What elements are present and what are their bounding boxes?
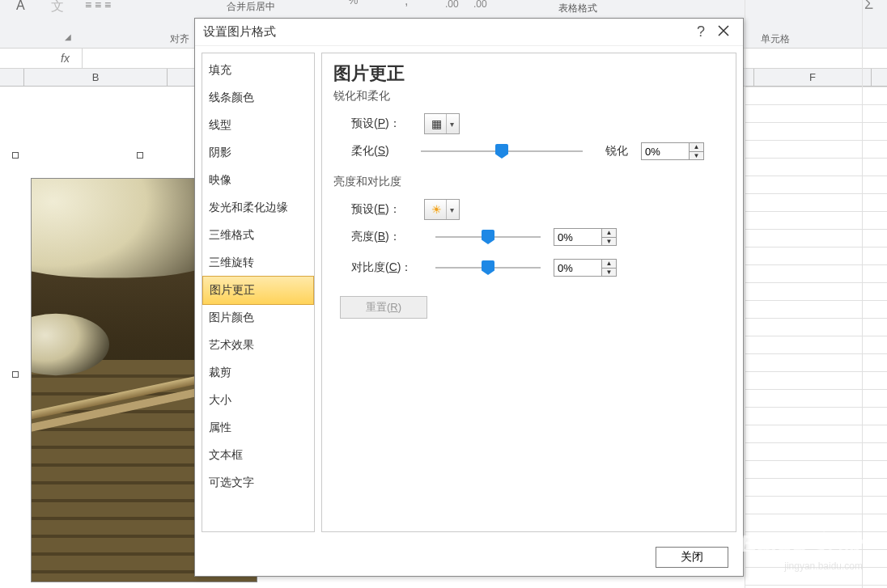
sidebar-item-11[interactable]: 裁剪 xyxy=(202,359,314,387)
sidebar-item-9[interactable]: 图片颜色 xyxy=(202,304,314,332)
dialog-sidebar: 填充线条颜色线型阴影映像发光和柔化边缘三维格式三维旋转图片更正图片颜色艺术效果裁… xyxy=(202,53,315,532)
spinner-down-icon[interactable]: ▼ xyxy=(602,238,616,246)
resize-handle-l[interactable] xyxy=(12,371,19,378)
sidebar-item-8[interactable]: 图片更正 xyxy=(202,276,314,305)
decrease-decimal-icon[interactable]: .00 xyxy=(473,0,487,10)
spinner-up-icon[interactable]: ▲ xyxy=(602,229,616,238)
phonetic-guide-icon: 文 xyxy=(51,0,64,15)
fx-icon[interactable]: fx xyxy=(0,52,82,65)
group-alignment-label: 对齐 xyxy=(170,32,189,46)
sidebar-item-5[interactable]: 发光和柔化边缘 xyxy=(202,194,314,222)
resize-handle-tl[interactable] xyxy=(12,152,19,159)
sidebar-item-15[interactable]: 可选文字 xyxy=(202,469,314,497)
dialog-launcher-icon[interactable]: ◢ xyxy=(65,32,71,41)
section-brightness-contrast: 亮度和对比度 xyxy=(333,175,724,189)
spinner-up-icon[interactable]: ▲ xyxy=(602,260,616,269)
sidebar-item-13[interactable]: 属性 xyxy=(202,414,314,442)
brightness-spinner[interactable]: ▲▼ xyxy=(554,228,617,246)
preset-sharpen-label: 预设(P)： xyxy=(351,116,416,131)
percent-icon[interactable]: % xyxy=(348,0,358,6)
dialog-titlebar[interactable]: 设置图片格式 ? xyxy=(195,19,743,46)
sidebar-item-1[interactable]: 线条颜色 xyxy=(202,84,314,112)
table-format-label[interactable]: 表格格式 xyxy=(558,2,597,15)
brightness-value[interactable] xyxy=(554,229,601,245)
dialog-title: 设置图片格式 xyxy=(203,24,690,40)
column-header-f[interactable]: F xyxy=(754,69,872,86)
merge-center-label[interactable]: 合并后居中 xyxy=(227,0,275,14)
sharpen-value[interactable] xyxy=(642,143,689,159)
column-header-b[interactable]: B xyxy=(24,69,168,86)
autosum-icon[interactable]: Σ xyxy=(864,0,873,13)
preset-brightness-dropdown[interactable]: ☀ ▾ xyxy=(424,199,460,220)
dialog-close-icon[interactable] xyxy=(712,23,735,40)
dialog-help-icon[interactable]: ? xyxy=(690,23,712,40)
preset-sharpen-icon: ▦ xyxy=(427,115,446,133)
format-picture-dialog: 设置图片格式 ? 填充线条颜色线型阴影映像发光和柔化边缘三维格式三维旋转图片更正… xyxy=(194,18,744,577)
sidebar-item-2[interactable]: 线型 xyxy=(202,112,314,139)
soften-label: 柔化(S) xyxy=(351,144,408,159)
preset-sharpen-dropdown[interactable]: ▦ ▾ xyxy=(424,113,460,134)
sidebar-item-14[interactable]: 文本框 xyxy=(202,442,314,469)
sidebar-item-10[interactable]: 艺术效果 xyxy=(202,332,314,359)
sidebar-item-3[interactable]: 阴影 xyxy=(202,139,314,167)
font-size-a-glyph: A xyxy=(16,0,25,13)
section-sharpen-soften: 锐化和柔化 xyxy=(333,89,724,104)
sidebar-item-6[interactable]: 三维格式 xyxy=(202,222,314,249)
reset-button: 重置(R) xyxy=(340,296,427,319)
sharpen-slider[interactable] xyxy=(421,144,583,159)
close-button[interactable]: 关闭 xyxy=(656,547,728,568)
dialog-main-panel: 图片更正 锐化和柔化 预设(P)： ▦ ▾ 柔化(S) 锐化 ▲▼ xyxy=(321,53,736,532)
align-icons: ≡ ≡ ≡ xyxy=(85,0,111,11)
sun-icon: ☀ xyxy=(427,201,446,218)
select-all-corner[interactable] xyxy=(0,69,24,86)
contrast-value[interactable] xyxy=(554,260,601,276)
brightness-label: 亮度(B)： xyxy=(351,230,422,244)
group-cell-label: 单元格 xyxy=(761,32,790,46)
contrast-label: 对比度(C)： xyxy=(351,260,422,275)
sharpen-label: 锐化 xyxy=(596,144,628,159)
sidebar-item-7[interactable]: 三维旋转 xyxy=(202,249,314,277)
panel-title: 图片更正 xyxy=(333,61,724,86)
sharpen-spinner[interactable]: ▲▼ xyxy=(641,142,704,160)
increase-decimal-icon[interactable]: .00 xyxy=(445,0,459,10)
spinner-down-icon[interactable]: ▼ xyxy=(602,269,616,277)
sidebar-item-12[interactable]: 大小 xyxy=(202,387,314,414)
resize-handle-t[interactable] xyxy=(137,152,143,159)
contrast-slider[interactable] xyxy=(435,260,541,275)
watermark-url: jingyan.baidu.com xyxy=(740,561,863,572)
spinner-up-icon[interactable]: ▲ xyxy=(690,143,703,152)
caret-down-icon: ▾ xyxy=(446,114,457,133)
comma-style-icon[interactable]: , xyxy=(405,0,408,8)
sidebar-item-4[interactable]: 映像 xyxy=(202,167,314,194)
contrast-spinner[interactable]: ▲▼ xyxy=(554,259,617,277)
preset-brightness-label: 预设(E)： xyxy=(351,202,416,217)
brightness-slider[interactable] xyxy=(435,230,541,244)
dialog-footer: 关闭 xyxy=(195,539,743,576)
spinner-down-icon[interactable]: ▼ xyxy=(690,152,703,160)
sidebar-item-0[interactable]: 填充 xyxy=(202,57,314,84)
caret-down-icon: ▾ xyxy=(446,200,457,219)
watermark-brand: Baidu 经验 xyxy=(740,530,863,556)
